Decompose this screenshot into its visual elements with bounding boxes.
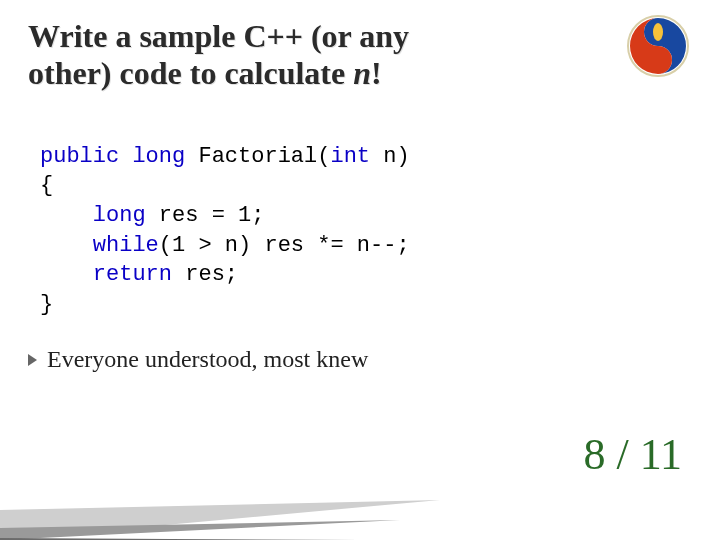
code-text: n) bbox=[370, 144, 410, 169]
logo-icon bbox=[626, 14, 690, 78]
svg-marker-3 bbox=[0, 520, 400, 540]
svg-point-1 bbox=[653, 23, 663, 41]
code-indent bbox=[40, 262, 93, 287]
slide: Write a sample C++ (or any other) code t… bbox=[0, 0, 720, 540]
kw-public: public bbox=[40, 144, 119, 169]
title-line2a: other) code to calculate bbox=[28, 55, 353, 91]
kw-long: long bbox=[132, 144, 185, 169]
kw-long2: long bbox=[93, 203, 146, 228]
code-text: res; bbox=[172, 262, 238, 287]
code-text: res = 1; bbox=[146, 203, 265, 228]
code-text: Factorial( bbox=[185, 144, 330, 169]
code-sp bbox=[119, 144, 132, 169]
code-block: public long Factorial(int n) { long res … bbox=[40, 112, 410, 320]
kw-while: while bbox=[93, 233, 159, 258]
code-brace-close: } bbox=[40, 292, 53, 317]
slide-title: Write a sample C++ (or any other) code t… bbox=[28, 18, 548, 92]
kw-int: int bbox=[330, 144, 370, 169]
code-indent bbox=[40, 203, 93, 228]
title-n-italic: n bbox=[353, 55, 371, 91]
svg-marker-2 bbox=[0, 500, 440, 540]
code-text: (1 > n) res *= n--; bbox=[159, 233, 410, 258]
code-indent bbox=[40, 233, 93, 258]
bullet-row: Everyone understood, most knew bbox=[28, 346, 368, 373]
bullet-icon bbox=[28, 354, 37, 366]
title-line1: Write a sample C++ (or any bbox=[28, 18, 409, 54]
kw-return: return bbox=[93, 262, 172, 287]
code-brace-open: { bbox=[40, 173, 53, 198]
score-text: 8 / 11 bbox=[583, 429, 682, 480]
bullet-text: Everyone understood, most knew bbox=[47, 346, 368, 373]
title-line2c: ! bbox=[371, 55, 382, 91]
